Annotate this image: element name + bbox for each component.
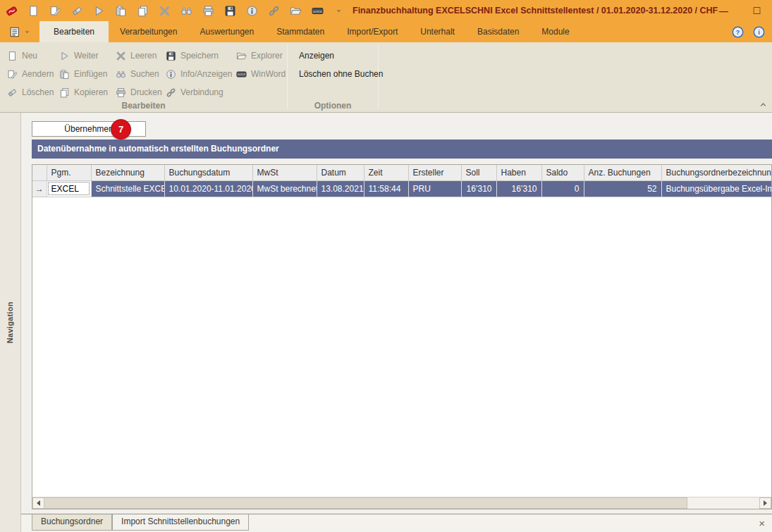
cell-ersteller[interactable]: PRU — [408, 180, 461, 197]
cell-buchungsordnerbezeichnung[interactable]: Buchungsübergabe Excel-Imp — [661, 180, 772, 197]
col-mwst[interactable]: MwSt — [252, 165, 317, 180]
tab-buchungsordner[interactable]: Buchungsordner — [32, 514, 112, 531]
speichern-button[interactable]: Speichern — [163, 47, 233, 65]
eraser-icon[interactable] — [71, 5, 83, 17]
tab-import-schnittstellenbuchungen[interactable]: Import Schnittstellenbuchungen — [112, 514, 249, 531]
tab-basisdaten[interactable]: Basisdaten — [466, 21, 530, 42]
tab-verarbeitungen[interactable]: Verarbeitungen — [109, 21, 188, 42]
row-marker-arrow[interactable]: → — [32, 180, 47, 197]
cell-zeit[interactable]: 11:58:44 — [364, 180, 408, 197]
scroll-left-arrow-icon — [37, 500, 40, 506]
scrollbar-track[interactable] — [687, 497, 759, 509]
cell-anz-buchungen[interactable]: 52 — [584, 180, 661, 197]
leeren-button[interactable]: Leeren — [113, 47, 163, 65]
ribbon-collapse-chevron-icon[interactable] — [758, 99, 768, 110]
winword-docx-icon[interactable] — [312, 5, 324, 17]
maximize-button[interactable]: ☐ — [751, 6, 762, 16]
info-anzeigen-button[interactable]: Info/Anzeigen — [163, 65, 233, 83]
cell-soll[interactable]: 16’310 — [461, 180, 496, 197]
window-title: Finanzbuchhaltung EXCELSCHNI Excel Schni… — [353, 6, 718, 16]
kopieren-button[interactable]: Kopieren — [56, 83, 113, 101]
application-menu-button[interactable] — [4, 21, 35, 42]
scroll-right-button[interactable] — [759, 497, 771, 509]
navigation-panel-collapsed[interactable]: Navigation — [0, 113, 21, 532]
print-icon[interactable] — [202, 5, 214, 17]
tab-stammdaten[interactable]: Stammdaten — [265, 21, 336, 42]
col-buchungsordnerbezeichnung[interactable]: Buchungsordnerbezeichnung — [661, 165, 772, 180]
cell-mwst[interactable]: MwSt berechnet — [252, 180, 317, 197]
winword-label: WinWord — [251, 69, 286, 79]
app-logo-icon — [6, 5, 18, 17]
cell-buchungsdatum[interactable]: 10.01.2020-11.01.2020 — [164, 180, 252, 197]
winword-button[interactable]: WinWord — [233, 65, 287, 83]
tab-auswertungen[interactable]: Auswertungen — [188, 21, 265, 42]
col-haben[interactable]: Haben — [496, 165, 541, 180]
search-binoculars-icon[interactable] — [180, 5, 192, 17]
col-pgm[interactable]: Pgm. — [47, 165, 91, 180]
weiter-label: Weiter — [74, 51, 98, 61]
info-icon[interactable] — [246, 5, 258, 17]
scrollbar-thumb[interactable] — [44, 497, 687, 509]
navigation-panel-label: Navigation — [6, 302, 14, 343]
clear-x-icon[interactable] — [159, 5, 171, 17]
loeschen-label: Löschen — [22, 87, 54, 97]
col-zeit[interactable]: Zeit — [364, 165, 408, 180]
cell-bezeichnung[interactable]: Schnittstelle EXCEL — [91, 180, 164, 197]
titlebar: Finanzbuchhaltung EXCELSCHNI Excel Schni… — [0, 0, 772, 21]
col-soll[interactable]: Soll — [461, 165, 496, 180]
link-icon[interactable] — [268, 5, 280, 17]
tab-strip-close-icon[interactable]: × — [759, 516, 765, 531]
drucken-button[interactable]: Drucken — [113, 83, 163, 101]
paste-icon[interactable] — [115, 5, 127, 17]
ribbon-group-label-optionen: Optionen — [288, 101, 378, 111]
einfuegen-button[interactable]: Einfügen — [56, 65, 113, 83]
cell-pgm[interactable]: EXCEL — [47, 180, 91, 197]
col-ersteller[interactable]: Ersteller — [408, 165, 461, 180]
folder-open-icon — [236, 51, 247, 61]
play-icon[interactable] — [93, 5, 105, 17]
link-icon — [166, 87, 176, 98]
horizontal-scrollbar[interactable] — [32, 497, 771, 509]
toolbar-caret-down-icon[interactable] — [335, 7, 343, 15]
kopieren-label: Kopieren — [74, 87, 108, 97]
menu-caret-down-icon — [23, 28, 31, 36]
save-icon[interactable] — [224, 5, 236, 17]
count-badge: 7 — [111, 119, 131, 140]
anzeigen-button[interactable]: Anzeigen — [292, 47, 378, 65]
data-grid: Pgm. Bezeichnung Buchungsdatum MwSt Datu… — [32, 164, 772, 509]
scroll-left-button[interactable] — [32, 497, 44, 509]
loeschen-ohne-buchen-button[interactable]: Löschen ohne Buchen — [292, 65, 378, 83]
ribbon-group-bearbeiten: Neu Aendern Löschen Weiter Einfügen Kopi… — [0, 42, 287, 112]
minimize-button[interactable]: — — [718, 6, 729, 16]
new-icon[interactable] — [27, 5, 39, 17]
col-datum[interactable]: Datum — [317, 165, 364, 180]
col-saldo[interactable]: Saldo — [541, 165, 584, 180]
info-anzeigen-label: Info/Anzeigen — [180, 69, 232, 79]
tab-unterhalt[interactable]: Unterhalt — [409, 21, 466, 42]
loeschen-button[interactable]: Löschen — [4, 83, 56, 101]
bottom-tab-strip: Buchungsordner Import Schnittstellenbuch… — [21, 514, 772, 532]
weiter-button[interactable]: Weiter — [56, 47, 113, 65]
cell-saldo[interactable]: 0 — [541, 180, 584, 197]
tab-module[interactable]: Module — [530, 21, 580, 42]
ribbon: Neu Aendern Löschen Weiter Einfügen Kopi… — [0, 42, 772, 113]
workspace: Navigation Übernehmen 7 Datenübernahme i… — [0, 113, 772, 532]
copy-icon[interactable] — [137, 5, 149, 17]
cell-datum[interactable]: 13.08.2021 — [317, 180, 364, 197]
folder-open-icon[interactable] — [290, 5, 302, 17]
neu-button[interactable]: Neu — [4, 47, 56, 65]
cell-haben[interactable]: 16’310 — [496, 180, 541, 197]
tab-import-export[interactable]: Import/Export — [336, 21, 409, 42]
aendern-button[interactable]: Aendern — [4, 65, 56, 83]
col-bezeichnung[interactable]: Bezeichnung — [91, 165, 164, 180]
info-circle-icon[interactable] — [753, 26, 765, 38]
table-row-selected[interactable]: → EXCEL Schnittstelle EXCEL 10.01.2020-1… — [32, 180, 772, 197]
verbindung-button[interactable]: Verbindung — [163, 83, 233, 101]
help-circle-icon[interactable] — [732, 26, 744, 38]
explorer-button[interactable]: Explorer — [233, 47, 287, 65]
tab-bearbeiten[interactable]: Bearbeiten — [39, 21, 109, 42]
suchen-button[interactable]: Suchen — [113, 65, 163, 83]
col-buchungsdatum[interactable]: Buchungsdatum — [164, 165, 252, 180]
edit-icon[interactable] — [49, 5, 61, 17]
col-anz-buchungen[interactable]: Anz. Buchungen — [584, 165, 661, 180]
